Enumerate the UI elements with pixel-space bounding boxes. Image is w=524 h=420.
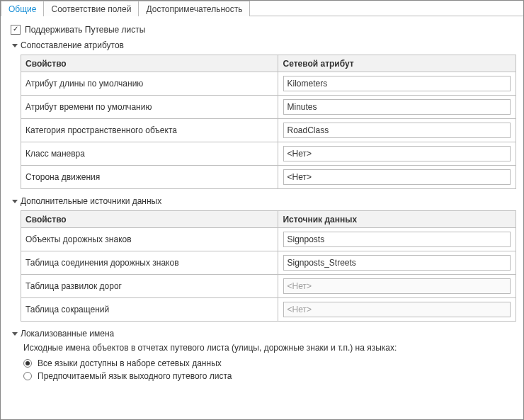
- tab-content: Поддерживать Путевые листы Сопоставление…: [1, 16, 523, 419]
- radio-all-languages-row[interactable]: Все языки доступны в наборе сетевых данн…: [23, 358, 516, 368]
- table-row: Сторона движения<Нет>: [21, 166, 516, 189]
- ds-property: Таблица развилок дорог: [21, 275, 278, 298]
- ds-property: Объекты дорожных знаков: [21, 228, 278, 251]
- support-directions-label: Поддерживать Путевые листы: [25, 25, 145, 35]
- section-localized-names-header[interactable]: Локализованные имена: [12, 329, 516, 339]
- attr-value-cell[interactable]: Kilometers: [278, 72, 516, 96]
- ds-property: Таблица соединения дорожных знаков: [21, 251, 278, 275]
- ds-value[interactable]: <Нет>: [283, 278, 511, 294]
- tab-general[interactable]: Общие: [1, 1, 44, 16]
- radio-preferred-language[interactable]: [23, 372, 32, 380]
- table-row: Атрибут времени по умолчаниюMinutes: [21, 96, 516, 119]
- ds-col-value: Источник данных: [278, 211, 516, 228]
- support-directions-row[interactable]: Поддерживать Путевые листы: [11, 25, 516, 35]
- attr-value[interactable]: <Нет>: [283, 146, 511, 161]
- radio-all-languages-label: Все языки доступны в наборе сетевых данн…: [38, 358, 222, 368]
- table-row: Таблица соединения дорожных знаковSignpo…: [21, 251, 516, 275]
- ds-property: Таблица сокращений: [21, 298, 278, 322]
- attr-col-property: Свойство: [21, 55, 278, 72]
- tab-general-label: Общие: [8, 4, 36, 14]
- attr-property: Класс маневра: [21, 142, 278, 166]
- chevron-down-icon: [12, 200, 18, 203]
- attr-value-cell[interactable]: <Нет>: [278, 166, 516, 189]
- section-attribute-mapping-title: Сопоставление атрибутов: [21, 40, 124, 50]
- support-directions-checkbox[interactable]: [11, 25, 21, 35]
- attr-value[interactable]: <Нет>: [283, 169, 511, 185]
- attr-property: Категория пространственного объекта: [21, 119, 278, 142]
- attr-value[interactable]: Kilometers: [283, 76, 511, 91]
- tab-field-mapping[interactable]: Соответствие полей: [43, 1, 139, 16]
- table-row: Таблица сокращений<Нет>: [21, 298, 516, 322]
- section-localized-names: Локализованные имена Исходные имена объе…: [21, 329, 516, 381]
- attr-value-cell[interactable]: Minutes: [278, 96, 516, 119]
- radio-preferred-language-label: Предпочитаемый язык выходного путевого л…: [38, 371, 232, 381]
- ds-value-cell[interactable]: Signposts_Streets: [278, 251, 516, 275]
- attr-col-value: Сетевой атрибут: [278, 55, 516, 72]
- tab-bar: Общие Соответствие полей Достопримечател…: [1, 1, 523, 16]
- section-localized-names-title: Локализованные имена: [21, 329, 114, 339]
- attribute-mapping-table: Свойство Сетевой атрибут Атрибут длины п…: [21, 55, 516, 189]
- table-row: Класс маневра<Нет>: [21, 142, 516, 166]
- chevron-down-icon: [12, 44, 18, 47]
- ds-value-cell[interactable]: <Нет>: [278, 298, 516, 322]
- ds-value[interactable]: Signposts: [283, 232, 511, 247]
- ds-col-property: Свойство: [21, 211, 278, 228]
- radio-all-languages[interactable]: [23, 359, 32, 368]
- radio-preferred-language-row[interactable]: Предпочитаемый язык выходного путевого л…: [23, 371, 516, 381]
- ds-value-cell[interactable]: <Нет>: [278, 275, 516, 298]
- section-data-sources-title: Дополнительные источники данных: [21, 196, 161, 206]
- section-attribute-mapping: Сопоставление атрибутов Свойство Сетевой…: [21, 40, 516, 189]
- attr-value[interactable]: RoadClass: [283, 123, 511, 138]
- tab-field-mapping-label: Соответствие полей: [51, 4, 131, 14]
- table-row: Объекты дорожных знаковSignposts: [21, 228, 516, 251]
- table-row: Атрибут длины по умолчаниюKilometers: [21, 72, 516, 96]
- ds-value[interactable]: <Нет>: [283, 302, 511, 317]
- section-attribute-mapping-header[interactable]: Сопоставление атрибутов: [12, 40, 516, 50]
- attr-property: Атрибут времени по умолчанию: [21, 96, 278, 119]
- table-row: Таблица развилок дорог<Нет>: [21, 275, 516, 298]
- ds-value[interactable]: Signposts_Streets: [283, 255, 511, 271]
- data-sources-table: Свойство Источник данных Объекты дорожны…: [21, 210, 516, 322]
- attr-value[interactable]: Minutes: [283, 99, 511, 115]
- section-data-sources-header[interactable]: Дополнительные источники данных: [12, 196, 516, 206]
- attr-property: Атрибут длины по умолчанию: [21, 72, 278, 96]
- ds-value-cell[interactable]: Signposts: [278, 228, 516, 251]
- chevron-down-icon: [12, 332, 18, 336]
- attr-value-cell[interactable]: <Нет>: [278, 142, 516, 166]
- tab-landmark-label: Достопримечательность: [146, 4, 242, 14]
- localized-description: Исходные имена объектов в отчетах путево…: [23, 343, 516, 353]
- attr-property: Сторона движения: [21, 166, 278, 189]
- attr-value-cell[interactable]: RoadClass: [278, 119, 516, 142]
- section-data-sources: Дополнительные источники данных Свойство…: [21, 196, 516, 322]
- tab-landmark[interactable]: Достопримечательность: [138, 1, 250, 16]
- dialog-frame: Общие Соответствие полей Достопримечател…: [0, 0, 524, 420]
- table-row: Категория пространственного объектаRoadC…: [21, 119, 516, 142]
